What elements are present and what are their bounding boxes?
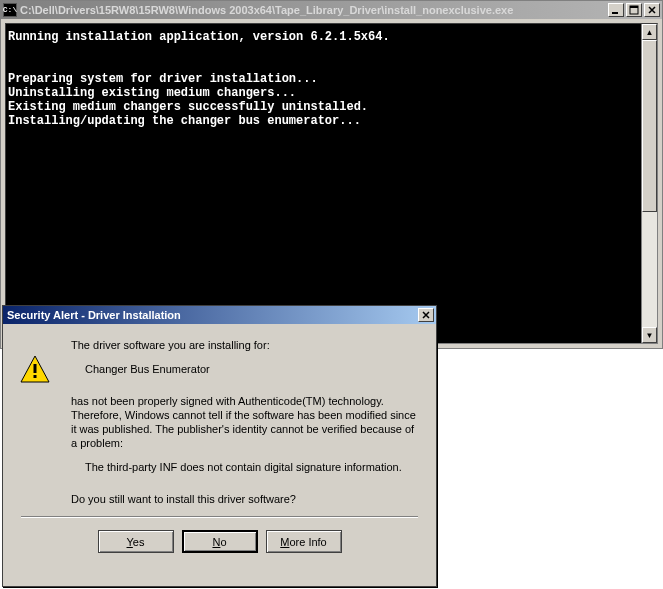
warning-icon xyxy=(19,354,51,386)
svg-rect-5 xyxy=(34,375,37,378)
dialog-title: Security Alert - Driver Installation xyxy=(7,309,418,321)
yes-button[interactable]: Yes xyxy=(98,530,174,553)
chevron-down-icon: ▼ xyxy=(646,331,654,340)
dialog-close-button[interactable] xyxy=(418,308,434,322)
close-button[interactable] xyxy=(644,3,660,17)
cmd-icon: C:\ xyxy=(3,3,17,17)
svg-rect-0 xyxy=(612,12,618,14)
console-window: C:\ C:\Dell\Drivers\15RW8\15RW8\Windows … xyxy=(0,0,663,349)
body-text: has not been properly signed with Authen… xyxy=(71,394,418,450)
console-line: Preparing system for driver installation… xyxy=(8,72,318,86)
no-button[interactable]: No xyxy=(182,530,258,553)
scroll-down-button[interactable]: ▼ xyxy=(642,327,657,343)
console-output[interactable]: Running installation application, versio… xyxy=(6,24,641,343)
console-line: Installing/updating the changer bus enum… xyxy=(8,114,361,128)
close-icon xyxy=(421,310,431,320)
scroll-up-button[interactable]: ▲ xyxy=(642,24,657,40)
question-text: Do you still want to install this driver… xyxy=(71,492,418,506)
svg-rect-2 xyxy=(630,6,638,8)
scroll-track[interactable] xyxy=(642,40,657,327)
minimize-icon xyxy=(611,5,621,15)
close-icon xyxy=(647,5,657,15)
console-line: Running installation application, versio… xyxy=(8,30,390,44)
dialog-message: The driver software you are installing f… xyxy=(71,338,418,506)
console-line: Existing medium changers successfully un… xyxy=(8,100,368,114)
security-alert-dialog: Security Alert - Driver Installation The… xyxy=(2,305,437,587)
window-controls xyxy=(608,3,660,17)
separator xyxy=(21,516,418,518)
minimize-button[interactable] xyxy=(608,3,624,17)
console-title: C:\Dell\Drivers\15RW8\15RW8\Windows 2003… xyxy=(20,4,608,16)
scrollbar[interactable]: ▲ ▼ xyxy=(641,24,657,343)
more-info-button[interactable]: More Info xyxy=(266,530,342,553)
chevron-up-icon: ▲ xyxy=(646,28,654,37)
maximize-button[interactable] xyxy=(626,3,642,17)
dialog-titlebar[interactable]: Security Alert - Driver Installation xyxy=(3,306,436,324)
driver-name: Changer Bus Enumerator xyxy=(85,362,418,376)
console-body: Running installation application, versio… xyxy=(5,23,658,344)
console-line: Uninstalling existing medium changers... xyxy=(8,86,296,100)
dialog-button-row: Yes No More Info xyxy=(21,530,418,553)
dialog-body: The driver software you are installing f… xyxy=(3,324,436,586)
intro-text: The driver software you are installing f… xyxy=(71,338,418,352)
svg-rect-4 xyxy=(34,364,37,373)
console-titlebar[interactable]: C:\ C:\Dell\Drivers\15RW8\15RW8\Windows … xyxy=(1,1,662,19)
reason-text: The third-party INF does not contain dig… xyxy=(85,460,418,474)
scroll-thumb[interactable] xyxy=(642,40,657,212)
maximize-icon xyxy=(629,5,639,15)
